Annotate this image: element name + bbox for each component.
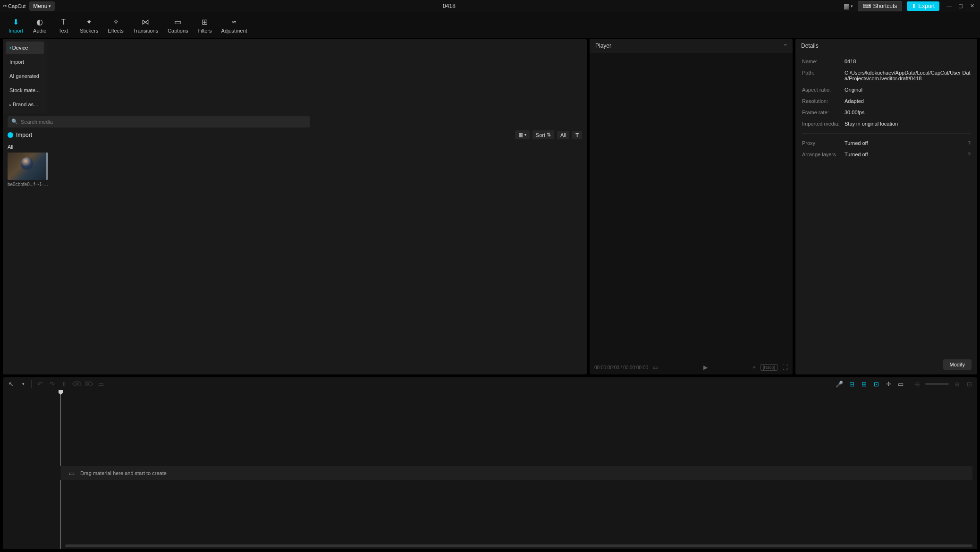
split-button[interactable]: Ⅱ	[60, 381, 68, 388]
search-input[interactable]	[8, 116, 310, 127]
tab-adjustment[interactable]: ≈Adjustment	[217, 16, 252, 35]
details-header: Details	[801, 42, 819, 49]
audio-icon: ◐	[36, 17, 43, 27]
menu-button[interactable]: Menu	[29, 1, 55, 11]
close-button[interactable]: ✕	[967, 2, 977, 10]
delete-left-button[interactable]: ⌫	[72, 381, 81, 388]
delete-right-button[interactable]: ⌦	[84, 381, 93, 388]
sidebar-item-brand-assets[interactable]: ▸Brand assets	[6, 98, 44, 110]
proxy-help-icon[interactable]: ?	[968, 140, 971, 146]
tab-effects[interactable]: ✧Effects	[103, 16, 128, 35]
app-logo: CapCut	[3, 3, 25, 9]
timeline-toolbar: ↖ ▾ ↶ ↷ Ⅱ ⌫ ⌦ ▭ 🎤 ⊟ ⊞ ⊡ ✛ ▭ ⊖ ⊕ ⊡	[3, 377, 977, 391]
player-header: Player	[595, 42, 611, 49]
tab-label: Transitions	[133, 28, 158, 34]
tab-filters[interactable]: ⊞Filters	[193, 16, 217, 35]
play-button[interactable]: ▶	[703, 364, 708, 371]
minimize-button[interactable]: —	[944, 2, 955, 10]
timeline-area[interactable]: ▭ Drag material here and start to create	[60, 391, 977, 549]
sort-button[interactable]: Sort ⇅	[532, 130, 554, 139]
layout-button[interactable]: ▦ ▾	[844, 2, 853, 10]
tab-label: Adjustment	[221, 28, 247, 34]
sidebar-item-label: Device	[12, 45, 28, 51]
filter-all-button[interactable]: All	[557, 131, 569, 139]
adjustment-icon: ≈	[232, 17, 237, 27]
player-timecode: 00:00:00:00 / 00:00:00:00	[594, 365, 648, 370]
shortcuts-button[interactable]: ⌨ Shortcuts	[858, 1, 903, 11]
zoom-out-icon[interactable]: ⊖	[913, 381, 921, 388]
tab-text[interactable]: TText	[51, 16, 75, 35]
details-panel: Details Name: 0418 Path: C:/Users/kdokuc…	[795, 39, 977, 374]
tab-audio[interactable]: ◐Audio	[28, 16, 51, 35]
sidebar-item-import[interactable]: Import	[6, 56, 44, 68]
preview-axis-icon[interactable]: ✛	[884, 381, 893, 388]
text-icon: T	[61, 17, 66, 27]
undo-button[interactable]: ↶	[35, 381, 44, 388]
captions-icon: ▭	[174, 17, 181, 27]
detail-row-fps: Frame rate: 30.00fps	[802, 107, 971, 118]
zoom-slider[interactable]	[925, 383, 949, 385]
detail-row-aspect: Aspect ratio: Original	[802, 84, 971, 95]
fullscreen-icon[interactable]: ⛶	[782, 364, 788, 371]
filters-icon: ⊞	[202, 17, 208, 27]
view-mode-button[interactable]: ▦ ▾	[515, 130, 530, 139]
ratio-button[interactable]: [Ratio]	[760, 364, 777, 371]
redo-button[interactable]: ↷	[48, 381, 56, 388]
sidebar-item-label: Import	[9, 59, 24, 65]
tab-stickers[interactable]: ✦Stickers	[75, 16, 103, 35]
scale-icon[interactable]: ⌖	[752, 364, 756, 371]
text-filter-button[interactable]: T	[572, 131, 582, 139]
import-dot-icon	[8, 132, 13, 138]
player-menu-icon[interactable]: ≡	[784, 42, 787, 49]
detail-row-proxy: Proxy: Turned off ?	[802, 137, 971, 149]
zoom-in-icon[interactable]: ⊕	[953, 381, 961, 388]
media-thumbnail[interactable]	[8, 153, 48, 180]
detail-row-layers: Arrange layers Turned off ?	[802, 149, 971, 160]
sidebar-item-label: Brand assets	[13, 102, 43, 107]
tab-import[interactable]: ⬇Import	[4, 16, 28, 35]
cover-icon[interactable]: ▭	[896, 381, 905, 388]
media-panel: •DeviceImportAI generatedStock mate...▸B…	[3, 39, 587, 374]
layers-help-icon[interactable]: ?	[968, 152, 971, 157]
tab-label: Filters	[198, 28, 212, 34]
main-area: •DeviceImportAI generatedStock mate...▸B…	[0, 39, 980, 377]
modify-button[interactable]: Modify	[943, 359, 972, 370]
effects-icon: ✧	[113, 17, 119, 27]
toggle-link-icon[interactable]: ⊡	[872, 381, 880, 388]
tab-label: Captions	[168, 28, 188, 34]
tab-captions[interactable]: ▭Captions	[163, 16, 193, 35]
tab-label: Stickers	[80, 28, 98, 34]
player-canvas[interactable]	[590, 53, 793, 360]
import-chip[interactable]: Import	[8, 132, 32, 138]
transitions-icon: ⋈	[142, 17, 149, 27]
timeline-scrollbar[interactable]	[65, 544, 972, 547]
export-button[interactable]: ⬆ Export	[907, 1, 939, 11]
import-icon: ⬇	[13, 17, 19, 27]
tab-transitions[interactable]: ⋈Transitions	[128, 16, 163, 35]
import-label: Import	[16, 132, 32, 138]
tab-label: Audio	[33, 28, 46, 34]
toggle-snap-icon[interactable]: ⊞	[860, 381, 868, 388]
timeline[interactable]: ▭ Drag material here and start to create	[3, 391, 977, 549]
sidebar-item-device[interactable]: •Device	[6, 42, 44, 54]
tool-dropdown[interactable]: ▾	[19, 382, 27, 386]
media-clip[interactable]: be0cbbfe0...f-~1-.jpg	[8, 153, 48, 187]
timeline-gutter	[3, 391, 60, 549]
media-sidebar: •DeviceImportAI generatedStock mate...▸B…	[3, 39, 47, 113]
titlebar: CapCut Menu 0418 ▦ ▾ ⌨ Shortcuts ⬆ Expor…	[0, 0, 980, 12]
sidebar-item-ai-generated[interactable]: AI generated	[6, 70, 44, 82]
toggle-main-track-icon[interactable]: ⊟	[847, 381, 856, 388]
sidebar-item-label: AI generated	[9, 73, 39, 79]
keyboard-icon: ⌨	[863, 3, 871, 9]
compare-icon[interactable]: ▭	[653, 364, 658, 371]
timeline-panel: ↖ ▾ ↶ ↷ Ⅱ ⌫ ⌦ ▭ 🎤 ⊟ ⊞ ⊡ ✛ ▭ ⊖ ⊕ ⊡ ▭ Drag…	[0, 377, 980, 552]
delete-button[interactable]: ▭	[97, 381, 105, 388]
sidebar-item-stock-mate-[interactable]: Stock mate...	[6, 84, 44, 96]
maximize-button[interactable]: ▢	[955, 2, 966, 10]
media-clip-name: be0cbbfe0...f-~1-.jpg	[8, 182, 48, 187]
tab-label: Effects	[108, 28, 123, 34]
clip-icon: ▭	[69, 470, 75, 477]
fit-zoom-icon[interactable]: ⊡	[965, 381, 973, 388]
record-icon[interactable]: 🎤	[835, 381, 844, 388]
selection-tool[interactable]: ↖	[7, 381, 15, 388]
